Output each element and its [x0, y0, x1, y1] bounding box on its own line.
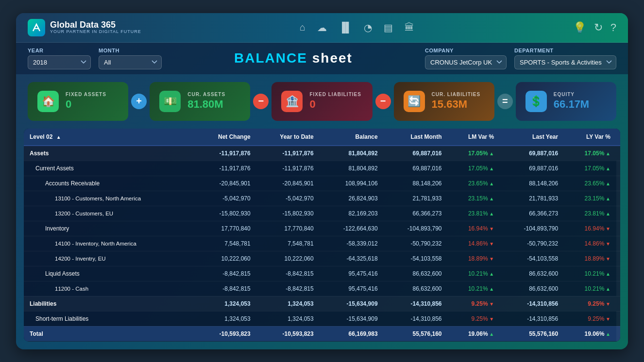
- col-last-month[interactable]: Last Month: [384, 129, 448, 146]
- cell-net-change: -11,917,876: [195, 146, 256, 161]
- cell-ly-var: 17.05%: [564, 161, 616, 176]
- cur-liabilities-info: CUR. LIABILITIES 15.63M: [432, 92, 485, 111]
- kpi-fixed-liabilities: 🏦 FIXED LIABILITIES 0: [271, 82, 372, 121]
- table-container: Level 02 ▲ Net Change Year to Date Balan…: [24, 129, 620, 342]
- col-ytd[interactable]: Year to Date: [256, 129, 320, 146]
- cell-balance: -58,339,012: [320, 236, 384, 251]
- table-row: Accounts Receivable -20,845,901 -20,845,…: [24, 176, 620, 191]
- cell-ytd: 17,770,840: [256, 221, 320, 236]
- department-label: Department: [514, 48, 616, 53]
- cell-lm-var: 9.25%: [448, 311, 500, 326]
- equity-value: 66.17M: [554, 98, 607, 111]
- cell-name: Inventory: [24, 221, 195, 236]
- cell-scroll: [616, 236, 620, 251]
- col-level02[interactable]: Level 02 ▲: [24, 129, 195, 146]
- home-icon[interactable]: ⌂: [300, 22, 305, 33]
- cell-balance: 81,804,892: [320, 161, 384, 176]
- cell-lm-var: 23.15%: [448, 191, 500, 206]
- cell-name: Current Assets: [24, 161, 195, 176]
- cell-net-change: -8,842,815: [195, 266, 256, 281]
- month-filter-group: Month All January February: [99, 48, 162, 69]
- cell-balance: 66,169,983: [320, 326, 384, 341]
- cell-net-change: 10,222,060: [195, 251, 256, 266]
- cell-lm-var: 17.05%: [448, 161, 500, 176]
- cell-balance: 82,169,203: [320, 206, 384, 221]
- cell-ytd: -11,917,876: [256, 161, 320, 176]
- col-net-change[interactable]: Net Change: [195, 129, 256, 146]
- kpi-cur-assets: 💵 CUR. ASSETS 81.80M: [150, 82, 250, 121]
- fixed-liabilities-info: FIXED LIABILITIES 0: [309, 92, 362, 111]
- cell-ly-var: 10.21%: [564, 266, 616, 281]
- table-row: 14100 - Inventory, North America 7,548,7…: [24, 236, 620, 251]
- cur-assets-label: CUR. ASSETS: [187, 92, 240, 97]
- cell-lm-var: 9.25%: [448, 296, 500, 311]
- cell-balance: 95,475,416: [320, 281, 384, 296]
- company-filter-group: Company CRONUS JetCorp UK: [425, 48, 507, 69]
- equity-info: EQUITY 66.17M: [554, 92, 607, 111]
- cell-net-change: 17,770,840: [195, 221, 256, 236]
- table-row: Assets -11,917,876 -11,917,876 81,804,89…: [24, 146, 620, 161]
- cell-name: Liabilities: [24, 296, 195, 311]
- cell-lm-var: 23.65%: [448, 176, 500, 191]
- table-body: Assets -11,917,876 -11,917,876 81,804,89…: [24, 146, 620, 342]
- cell-last-month: 69,887,016: [384, 161, 448, 176]
- data-table: Level 02 ▲ Net Change Year to Date Balan…: [24, 129, 620, 342]
- cell-ytd: -15,802,930: [256, 206, 320, 221]
- plus-operator: +: [131, 94, 147, 109]
- cell-lm-var: 10.21%: [448, 281, 500, 296]
- cell-scroll: [616, 311, 620, 326]
- department-select[interactable]: SPORTS - Sports & Activities: [514, 55, 616, 69]
- header-right: 💡 ↻ ?: [573, 21, 616, 34]
- cell-last-month: -54,103,558: [384, 251, 448, 266]
- col-lm-var[interactable]: LM Var %: [448, 129, 500, 146]
- col-ly-var[interactable]: LY Var %: [564, 129, 616, 146]
- col-balance[interactable]: Balance: [320, 129, 384, 146]
- piechart-icon[interactable]: ◔: [364, 22, 372, 33]
- refresh-icon[interactable]: ↻: [594, 21, 603, 34]
- cur-liabilities-label: CUR. LIABILITIES: [432, 92, 485, 97]
- cell-lm-var: 23.81%: [448, 206, 500, 221]
- col-last-year[interactable]: Last Year: [500, 129, 564, 146]
- tagline: YOUR PARTNER IN DIGITAL FUTURE: [50, 30, 141, 34]
- fixed-assets-value: 0: [66, 98, 119, 111]
- cloud-icon[interactable]: ☁: [317, 22, 327, 33]
- cell-ly-var: 23.15%: [564, 191, 616, 206]
- cell-name: Assets: [24, 146, 195, 161]
- cell-ytd: 1,324,053: [256, 311, 320, 326]
- document-icon[interactable]: ▤: [384, 22, 393, 33]
- cell-last-month: 69,887,016: [384, 146, 448, 161]
- bulb-icon[interactable]: 💡: [573, 21, 586, 34]
- cell-ly-var: 9.25%: [564, 311, 616, 326]
- cell-balance: -15,634,909: [320, 296, 384, 311]
- cell-ytd: -8,842,815: [256, 281, 320, 296]
- company-select[interactable]: CRONUS JetCorp UK: [425, 55, 507, 69]
- cur-assets-info: CUR. ASSETS 81.80M: [187, 92, 240, 111]
- cell-ytd: 7,548,781: [256, 236, 320, 251]
- cell-last-year: 21,781,933: [500, 191, 564, 206]
- cell-ly-var: 16.94%: [564, 221, 616, 236]
- cell-net-change: -15,802,930: [195, 206, 256, 221]
- cell-net-change: -10,593,823: [195, 326, 256, 341]
- help-icon[interactable]: ?: [610, 21, 616, 34]
- cell-name: 13100 - Customers, North America: [24, 191, 195, 206]
- bank-icon[interactable]: 🏛: [405, 22, 414, 33]
- cell-lm-var: 10.21%: [448, 266, 500, 281]
- cell-last-year: 69,887,016: [500, 161, 564, 176]
- cell-name: Liquid Assets: [24, 266, 195, 281]
- cell-ly-var: 9.25%: [564, 296, 616, 311]
- table-row: Liabilities 1,324,053 1,324,053 -15,634,…: [24, 296, 620, 311]
- cell-balance: 26,824,903: [320, 191, 384, 206]
- fixed-liabilities-label: FIXED LIABILITIES: [309, 92, 362, 97]
- cell-scroll: [616, 296, 620, 311]
- barchart-icon[interactable]: ▐▌: [339, 22, 352, 33]
- cell-last-year: 55,576,160: [500, 326, 564, 341]
- table-row: Total -10,593,823 -10,593,823 66,169,983…: [24, 326, 620, 341]
- logo-text: Global Data 365 YOUR PARTNER IN DIGITAL …: [50, 20, 141, 35]
- cell-net-change: 7,548,781: [195, 236, 256, 251]
- year-select[interactable]: 2018 2017 2019: [28, 55, 91, 69]
- month-select[interactable]: All January February: [99, 55, 162, 69]
- title-area: BALANCE sheet: [169, 50, 417, 66]
- cell-ly-var: 17.05%: [564, 146, 616, 161]
- cur-assets-value: 81.80M: [187, 98, 240, 111]
- nav-icons: ⌂ ☁ ▐▌ ◔ ▤ 🏛: [300, 22, 414, 33]
